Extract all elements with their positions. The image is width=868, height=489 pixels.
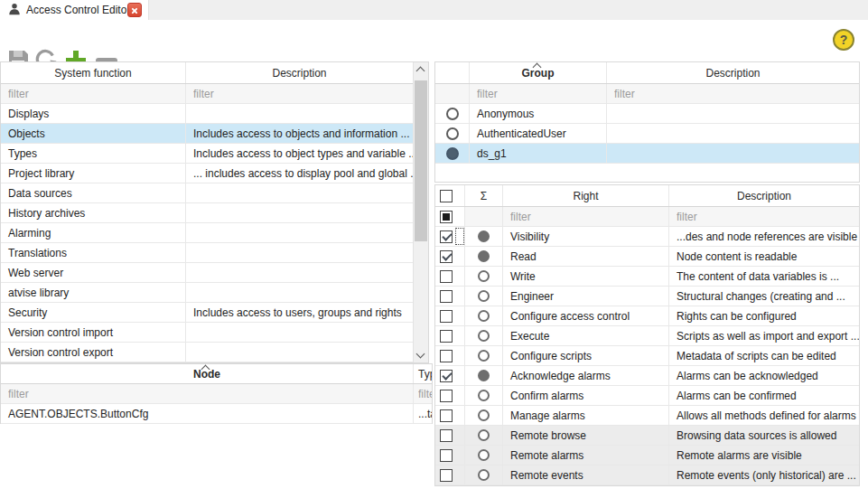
system-function-name: Web server: [1, 263, 186, 282]
right-description: ...des and node references are visible .…: [669, 227, 859, 246]
node-row[interactable]: AGENT.OBJECTS.ButtonCfg ...ta: [1, 404, 433, 424]
right-row[interactable]: Visibility...des and node references are…: [435, 227, 859, 247]
column-header-system-function[interactable]: System function: [1, 62, 186, 83]
system-function-row[interactable]: Web server: [1, 263, 413, 283]
right-name: Configure scripts: [503, 346, 669, 365]
close-icon[interactable]: [127, 3, 142, 17]
right-row[interactable]: ReadNode content is readable: [435, 247, 859, 267]
group-name: Anonymous: [470, 104, 607, 123]
right-checkbox[interactable]: [440, 429, 453, 442]
radio-icon[interactable]: [446, 108, 459, 120]
tab-access-control-editor[interactable]: Access Control Editor: [0, 0, 149, 20]
scrollbar-thumb[interactable]: [415, 80, 427, 241]
right-row[interactable]: EngineerStructural changes (creating and…: [435, 287, 859, 306]
right-filter-input[interactable]: [510, 207, 668, 226]
node-type-filter-input[interactable]: [418, 384, 433, 403]
sum-circle-icon: [478, 230, 490, 242]
node-filter-input[interactable]: [8, 384, 413, 403]
right-row[interactable]: Configure scriptsMetadata of scripts can…: [435, 346, 859, 366]
system-function-row[interactable]: Project library... includes access to di…: [1, 164, 413, 183]
sum-circle-icon: [478, 330, 490, 342]
right-checkbox[interactable]: [440, 350, 453, 362]
system-function-row[interactable]: Version control export: [1, 343, 413, 362]
description-filter-input[interactable]: [193, 84, 413, 103]
system-function-row[interactable]: Data sources: [1, 183, 413, 203]
system-function-row[interactable]: TypesIncludes access to object types and…: [1, 144, 413, 164]
system-function-description: Includes access to users, groups and rig…: [186, 303, 413, 322]
right-checkbox[interactable]: [440, 330, 453, 343]
right-row[interactable]: Remote alarmsRemote alarms are visible: [435, 446, 859, 465]
rights-filter-row: [435, 207, 859, 227]
vertical-scrollbar[interactable]: [413, 62, 428, 362]
right-checkbox[interactable]: [440, 469, 453, 482]
right-checkbox-cell: [435, 267, 465, 286]
radio-icon[interactable]: [446, 147, 459, 160]
right-checkbox[interactable]: [440, 449, 453, 462]
right-checkbox[interactable]: [440, 250, 453, 263]
radio-icon[interactable]: [446, 127, 459, 140]
system-function-description: ... includes access to display pool and …: [186, 164, 413, 183]
system-function-row[interactable]: Version control import: [1, 323, 413, 343]
right-row[interactable]: Acknowledge alarmsAlarms can be acknowle…: [435, 366, 859, 386]
system-function-filter-input[interactable]: [8, 84, 185, 103]
help-button[interactable]: ?: [833, 29, 854, 51]
select-all-checkbox[interactable]: [440, 190, 453, 202]
system-function-row[interactable]: ObjectsIncludes access to objects and in…: [1, 124, 413, 144]
system-function-name: Translations: [1, 243, 186, 262]
group-row[interactable]: AuthenticatedUser: [435, 124, 859, 144]
group-row[interactable]: Anonymous: [435, 104, 859, 124]
scroll-down-button[interactable]: [414, 348, 428, 362]
system-function-row[interactable]: Translations: [1, 243, 413, 263]
group-row[interactable]: ds_g1: [435, 144, 859, 164]
group-filter-input[interactable]: [477, 84, 606, 103]
right-row[interactable]: Remote eventsRemote events (only histori…: [435, 465, 859, 485]
column-header-right[interactable]: Right: [503, 185, 669, 206]
system-function-row[interactable]: SecurityIncludes access to users, groups…: [1, 303, 413, 323]
right-description-filter-input[interactable]: [677, 207, 859, 226]
right-row[interactable]: ExecuteScripts as well as import and exp…: [435, 326, 859, 346]
right-row[interactable]: WriteThe content of data variables is ..…: [435, 267, 859, 287]
right-checkbox[interactable]: [440, 390, 453, 402]
right-checkbox[interactable]: [440, 409, 453, 422]
right-row[interactable]: Remote browseBrowsing data sources is al…: [435, 426, 859, 446]
right-name: Write: [503, 267, 669, 286]
column-header-group-description[interactable]: Description: [607, 62, 859, 83]
right-row[interactable]: Configure access controlRights can be co…: [435, 306, 859, 326]
system-function-description: [186, 343, 413, 362]
system-function-name: Version control export: [1, 343, 186, 362]
group-radio-cell: [435, 104, 470, 123]
column-header-description[interactable]: Description: [186, 62, 413, 83]
sum-filter-cell: [465, 207, 503, 226]
sum-circle-icon: [478, 469, 490, 481]
sum-cell: [465, 446, 503, 465]
right-checkbox[interactable]: [440, 310, 453, 323]
right-name: Confirm alarms: [503, 386, 669, 405]
system-function-row[interactable]: atvise library: [1, 283, 413, 303]
column-header-type[interactable]: Typ: [414, 364, 433, 383]
column-header-group[interactable]: Group: [470, 62, 607, 83]
right-name: Acknowledge alarms: [503, 366, 669, 385]
right-checkbox[interactable]: [440, 230, 453, 243]
sum-circle-icon: [478, 250, 490, 262]
column-header-node[interactable]: Node: [1, 364, 414, 383]
sum-circle-icon: [478, 429, 490, 441]
right-checkbox[interactable]: [440, 370, 453, 382]
user-icon: [8, 3, 21, 18]
system-function-row[interactable]: History archives: [1, 203, 413, 223]
right-row[interactable]: Manage alarmsAllows all methods defined …: [435, 406, 859, 426]
scroll-up-button[interactable]: [414, 62, 428, 77]
right-checkbox[interactable]: [440, 290, 453, 303]
system-function-description: [186, 283, 413, 302]
system-function-row[interactable]: Alarming: [1, 223, 413, 243]
column-header-right-description[interactable]: Description: [669, 185, 859, 206]
system-function-row[interactable]: Displays: [1, 104, 413, 124]
column-header-sum[interactable]: Σ: [465, 185, 503, 206]
right-checkbox-cell: [435, 247, 465, 266]
right-checkbox[interactable]: [440, 270, 453, 283]
filter-tristate-checkbox[interactable]: [440, 211, 453, 223]
system-functions-filter-row: [1, 84, 413, 104]
column-header-group-select[interactable]: [435, 62, 470, 83]
group-description-filter-input[interactable]: [614, 84, 859, 103]
system-function-description: Includes access to objects and informati…: [186, 124, 413, 143]
right-row[interactable]: Confirm alarmsAlarms can be confirmed: [435, 386, 859, 406]
